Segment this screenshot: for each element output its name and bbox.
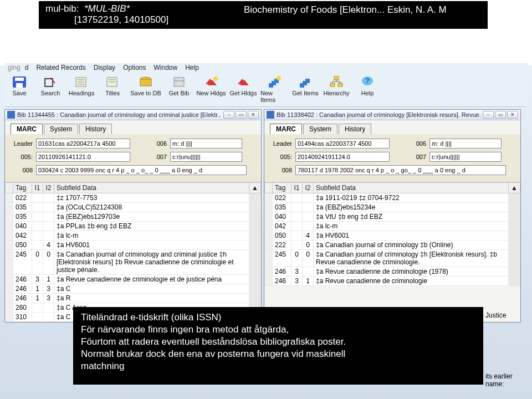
svg-point-16 (213, 76, 218, 81)
tab-marc[interactable]: MARC (270, 124, 302, 134)
menu-item[interactable]: Window (154, 64, 177, 71)
menu-item[interactable]: Help (185, 64, 199, 71)
save-to-db-button[interactable]: Save to DB (130, 74, 162, 103)
caption-line: För närvarande finns ingen bra metod att… (81, 324, 475, 336)
window-titlebar[interactable]: Bib 11338402 : Canadian journal of crimi… (264, 110, 520, 120)
menu-item[interactable]: d (25, 64, 29, 71)
f008-input[interactable] (295, 165, 506, 175)
f005-input[interactable] (295, 152, 390, 162)
grid-rowhead (6, 183, 13, 193)
table-row[interactable]: 035‡a (OCoLC)52124308 (6, 203, 261, 212)
table-row[interactable]: 042‡a lc-m (6, 231, 261, 241)
table-row[interactable]: 042‡a lc-m (265, 222, 520, 231)
leader-label: Leader (11, 140, 33, 147)
slide-caption-overlay: Titeländrad e-tidskrift (olika ISSN) För… (73, 307, 483, 385)
minimize-button[interactable]: – (483, 111, 494, 119)
table-row[interactable]: 24500‡a Canadian journal of criminology … (6, 250, 261, 275)
col-i2[interactable]: I2 (303, 183, 314, 193)
col-tag[interactable]: Tag (13, 183, 32, 193)
window-title: Bib 11338402 : Canadian journal of crimi… (277, 111, 480, 118)
titles-icon (104, 74, 121, 90)
get-hldgs-icon (234, 74, 252, 90)
f006-label: 006 (134, 140, 167, 147)
fixed-fields: Leader 006 005: 007 008 (5, 134, 261, 182)
close-button[interactable]: ✕ (248, 111, 259, 119)
headings-button[interactable]: Headings (68, 74, 95, 103)
tab-history[interactable]: History (339, 124, 371, 134)
table-row[interactable]: 0504‡a HV6001 (265, 231, 520, 241)
scrollbar-up[interactable]: ▲ (249, 183, 261, 193)
table-row[interactable]: 2220‡a Canadian journal of criminology ‡… (265, 241, 520, 250)
scrollbar-up[interactable]: ▲ (509, 183, 520, 193)
table-row[interactable]: 24613‡a C (6, 284, 261, 294)
table-row[interactable]: 24631‡a Revue canadienne de criminologie (265, 277, 520, 286)
hierarchy-button[interactable]: Hierarchy (323, 74, 350, 103)
menu-item[interactable]: Options (123, 64, 146, 71)
caption-line: matchning (81, 360, 475, 372)
get-bib-button[interactable]: Get Bib (165, 74, 193, 103)
mdi-workspace: Bib 11344455 : Canadian journal of crimi… (4, 107, 528, 323)
save-icon (11, 74, 28, 90)
leader-input[interactable] (295, 139, 390, 149)
tab-system[interactable]: System (303, 124, 337, 134)
new-items-icon (265, 74, 283, 90)
fixed-fields: Leader 006 005: 007 008 (264, 134, 520, 182)
tab-system[interactable]: System (44, 124, 78, 134)
new-hldgs-icon (202, 74, 220, 90)
leader-input[interactable] (36, 139, 130, 149)
close-button[interactable]: ✕ (507, 111, 518, 119)
minimize-button[interactable]: – (223, 111, 234, 119)
svg-rect-26 (338, 83, 342, 86)
table-row[interactable]: 24631‡a Revue canadienne de criminologie… (6, 275, 261, 284)
search-button[interactable]: Search (37, 74, 64, 103)
save-button[interactable]: Save (6, 74, 33, 103)
svg-rect-33 (7, 111, 15, 119)
new-hldgs-button[interactable]: New Hldgs (196, 74, 226, 103)
table-row[interactable]: 2463‡a Revue canadienne de criminologie … (265, 267, 520, 277)
col-subfield[interactable]: Subfield Data (314, 183, 509, 193)
f007-input[interactable] (429, 152, 502, 162)
table-row[interactable]: 24500‡a Canadian journal of criminology … (265, 250, 520, 267)
col-tag[interactable]: Tag (273, 183, 291, 193)
tab-history[interactable]: History (79, 124, 112, 134)
col-subfield[interactable]: Subfield Data (54, 183, 249, 193)
col-i1[interactable]: I1 (291, 183, 303, 193)
col-i2[interactable]: I2 (43, 183, 54, 193)
table-row[interactable]: 24613‡a R (6, 294, 261, 303)
grid-rowhead (265, 183, 273, 193)
col-i1[interactable]: I1 (32, 183, 43, 193)
mulbib-label: mul-bib: (45, 3, 79, 14)
window-icon (7, 111, 15, 119)
get-items-button[interactable]: Get Items (291, 74, 319, 103)
menu-bar: ging d Related Records Display Options W… (4, 63, 528, 72)
f005-input[interactable] (36, 152, 130, 162)
table-row[interactable]: 040‡a PPLas ‡b eng ‡d EBZ (6, 222, 261, 231)
maximize-button[interactable]: ▭ (495, 111, 506, 119)
table-row[interactable]: 022‡a 1911-0219 ‡z 0704-9722 (265, 193, 520, 203)
table-row[interactable]: 0504‡a HV6001 (6, 241, 261, 250)
new-items-button[interactable]: New Items (260, 74, 288, 103)
f008-input[interactable] (36, 165, 247, 175)
tab-marc[interactable]: MARC (11, 124, 43, 134)
window-titlebar[interactable]: Bib 11344455 : Canadian journal of crimi… (5, 110, 261, 120)
menu-item[interactable]: Related Records (36, 64, 85, 71)
maximize-button[interactable]: ▭ (236, 111, 247, 119)
help-button[interactable]: ? Help (354, 74, 381, 103)
f006-input[interactable] (429, 139, 502, 149)
f007-input[interactable] (170, 152, 242, 162)
svg-rect-14 (174, 78, 184, 86)
svg-rect-25 (330, 83, 335, 86)
table-row[interactable]: 040‡a VtU ‡b eng ‡d EBZ (265, 212, 520, 222)
table-row[interactable]: 035‡a (EBZ)ebs129703e (6, 212, 261, 222)
titles-button[interactable]: Titles (99, 74, 126, 103)
f006-input[interactable] (170, 139, 242, 149)
table-row[interactable]: 035‡a (EBZ)ebs15234e (265, 203, 520, 212)
header-ids: [13752219, 14010500] (74, 14, 481, 25)
caption-line: Titeländrad e-tidskrift (olika ISSN) (81, 311, 475, 324)
svg-rect-3 (45, 79, 53, 86)
table-row[interactable]: 022‡z 1707-7753 (6, 193, 261, 203)
get-hldgs-button[interactable]: Get Hldgs (229, 74, 257, 103)
search-icon (42, 74, 59, 90)
menu-item[interactable]: Display (94, 64, 115, 71)
f008-label: 008 (270, 167, 292, 173)
